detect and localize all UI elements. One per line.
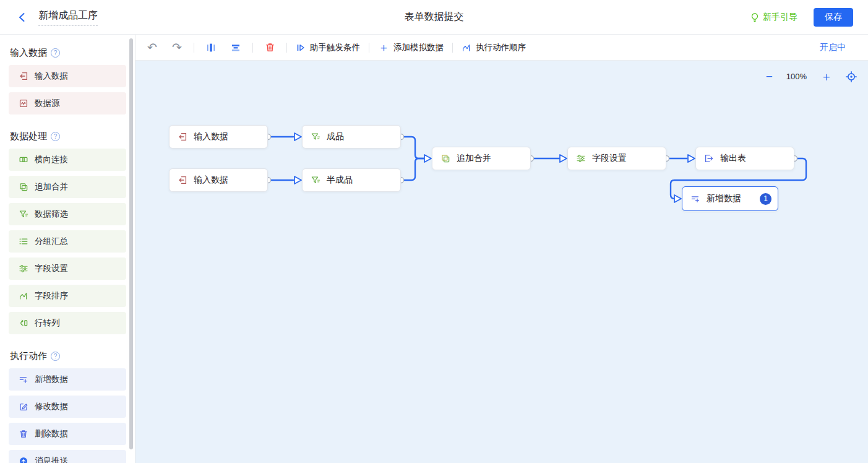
assistant-trigger-label: 助手触发条件	[310, 42, 360, 53]
sidebar-item-label: 删除数据	[35, 428, 68, 439]
datasource-icon	[19, 98, 28, 108]
sidebar-item-label: 消息推送	[35, 456, 68, 463]
node-label: 输入数据	[194, 131, 228, 142]
arrowhead	[294, 133, 301, 141]
beginner-guide-button[interactable]: 新手引导	[750, 12, 797, 23]
node-add-data[interactable]: 新增数据 1	[682, 186, 778, 211]
toolbar-divider	[369, 43, 369, 53]
sidebar-item-input-data[interactable]: 输入数据	[9, 65, 126, 87]
node-input-data-2[interactable]: 输入数据	[169, 168, 268, 192]
filter-icon	[311, 175, 320, 185]
distribute-horizontal-icon	[206, 43, 216, 53]
form-event-title: 表单数据提交	[405, 11, 464, 24]
action-order-label: 执行动作顺序	[476, 42, 526, 53]
sidebar-item-label: 数据筛选	[35, 209, 68, 220]
action-order-icon	[462, 43, 471, 53]
section-title-text: 执行动作	[10, 350, 47, 362]
assistant-trigger-button[interactable]: 助手触发条件	[296, 42, 360, 53]
add-data-icon	[19, 374, 28, 384]
distribute-horizontal-button[interactable]	[203, 40, 219, 56]
add-mock-data-button[interactable]: ＋ 添加模拟数据	[378, 42, 444, 53]
node-label: 半成品	[327, 175, 353, 186]
export-icon	[704, 154, 714, 163]
canvas-toolbar: ↶ ↷	[135, 35, 868, 61]
group-summary-icon	[19, 236, 28, 246]
crosshair-icon	[846, 71, 857, 82]
undo-button[interactable]: ↶	[144, 40, 160, 56]
filter-icon	[311, 132, 320, 142]
delete-node-button[interactable]	[262, 40, 278, 56]
sidebar-item-label: 行转列	[35, 318, 60, 329]
node-field-settings[interactable]: 字段设置	[567, 147, 666, 170]
page-title[interactable]: 新增成品工序	[38, 9, 98, 26]
arrowhead	[688, 155, 695, 162]
section-title-text: 输入数据	[10, 47, 47, 59]
sidebar-item-horizontal-join[interactable]: 横向连接	[9, 149, 126, 171]
beginner-guide-label: 新手引导	[763, 12, 797, 23]
row-to-column-icon	[19, 318, 28, 328]
sidebar-item-data-source[interactable]: 数据源	[9, 92, 126, 115]
action-order-button[interactable]: 执行动作顺序	[462, 42, 526, 53]
sidebar-item-label: 输入数据	[35, 71, 68, 82]
sidebar-item-modify-data[interactable]: 修改数据	[9, 396, 126, 418]
sidebar-item-field-sort[interactable]: 字段排序	[9, 285, 126, 307]
message-push-icon	[19, 456, 28, 463]
redo-button[interactable]: ↷	[169, 40, 185, 56]
trigger-condition-icon	[296, 43, 306, 53]
plus-icon: ＋	[378, 42, 389, 53]
redo-icon: ↷	[172, 41, 182, 53]
node-input-data-1[interactable]: 输入数据	[169, 125, 268, 149]
help-icon[interactable]: ?	[51, 48, 60, 58]
arrowhead	[560, 155, 567, 162]
status-toggle[interactable]: 开启中	[820, 42, 859, 53]
node-filter-product[interactable]: 成品	[302, 125, 401, 149]
node-label: 字段设置	[592, 153, 627, 164]
node-label: 新增数据	[707, 193, 741, 204]
append-merge-icon	[440, 154, 450, 163]
app-header: 新增成品工序 表单数据提交 新手引导 保存	[0, 0, 868, 35]
flow-edges	[135, 61, 868, 463]
sidebar-item-field-settings[interactable]: 字段设置	[9, 257, 126, 280]
append-merge-icon	[19, 182, 28, 192]
sidebar-item-group-summary[interactable]: 分组汇总	[9, 230, 126, 253]
section-title-text: 数据处理	[10, 131, 47, 142]
help-icon[interactable]: ?	[51, 132, 60, 141]
zoom-in-button[interactable]: ＋	[820, 71, 832, 82]
node-append-merge[interactable]: 追加合并	[432, 147, 531, 170]
sidebar-item-label: 字段设置	[35, 263, 68, 274]
help-icon[interactable]: ?	[51, 352, 60, 361]
node-label: 追加合并	[457, 153, 491, 164]
sidebar-item-add-data[interactable]: 新增数据	[9, 368, 126, 391]
node-label: 成品	[327, 131, 344, 142]
sidebar-item-label: 修改数据	[35, 401, 68, 412]
locate-button[interactable]	[846, 71, 857, 82]
sidebar-item-data-filter[interactable]: 数据筛选	[9, 203, 126, 225]
zoom-out-button[interactable]: −	[766, 71, 773, 82]
arrowhead	[294, 176, 301, 184]
flow-canvas[interactable]: 输入数据 成品 输入数据	[135, 61, 868, 463]
back-button[interactable]	[15, 10, 30, 25]
sidebar-item-label: 字段排序	[35, 290, 68, 301]
edge[interactable]	[403, 158, 424, 180]
field-settings-icon	[576, 154, 586, 163]
sidebar-item-append-merge[interactable]: 追加合并	[9, 176, 126, 198]
import-icon	[178, 175, 187, 185]
sidebar-item-delete-data[interactable]: 删除数据	[9, 423, 126, 445]
edge[interactable]	[403, 137, 424, 158]
arrowhead	[674, 195, 681, 202]
sidebar-item-row-to-column[interactable]: 行转列	[9, 312, 126, 334]
sidebar-item-label: 横向连接	[35, 154, 68, 165]
align-vertical-button[interactable]	[228, 40, 244, 56]
sidebar-item-message-push[interactable]: 消息推送	[9, 450, 126, 463]
add-mock-data-label: 添加模拟数据	[393, 42, 444, 53]
sidebar-item-label: 新增数据	[35, 374, 68, 385]
save-button[interactable]: 保存	[814, 8, 853, 27]
node-palette-sidebar: 输入数据 ? 输入数据 数据源 数据处理 ? 横向连接	[0, 35, 135, 463]
node-filter-semi-product[interactable]: 半成品	[302, 168, 401, 192]
node-output-table[interactable]: 输出表	[695, 147, 794, 170]
zoom-level: 100%	[786, 72, 807, 81]
toolbar-divider	[194, 43, 194, 53]
action-count-badge: 1	[760, 193, 771, 205]
sidebar-item-label: 追加合并	[35, 181, 68, 193]
sidebar-scrollbar[interactable]	[129, 38, 133, 449]
